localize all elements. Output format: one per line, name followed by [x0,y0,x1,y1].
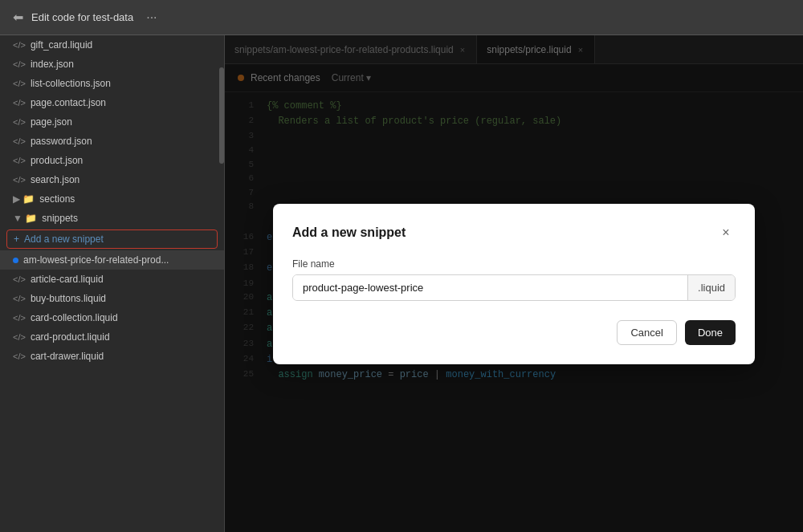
active-dot [13,258,18,263]
topbar-title: Edit code for test-data [31,11,133,23]
folder-label: snippets [42,213,78,224]
sidebar-item-page-contact[interactable]: </> page.contact.json [0,93,224,112]
plus-icon: + [14,234,19,245]
file-input-row: .liquid [292,274,736,301]
done-button[interactable]: Done [685,320,736,345]
sidebar-item-article-card[interactable]: </> article-card.liquid [0,270,224,289]
modal-title: Add a new snippet [292,225,406,240]
file-icon: </> [13,156,26,165]
sidebar-item-label: gift_card.liquid [31,39,92,51]
sidebar-item-label: am-lowest-price-for-related-prod... [23,254,169,266]
file-icon: </> [13,136,26,146]
add-new-snippet-button[interactable]: + Add a new snippet [6,229,218,249]
file-icon: </> [13,313,26,323]
scrollbar-thumb[interactable] [219,67,224,164]
file-icon: </> [13,59,26,69]
modal-header: Add a new snippet × [292,223,736,242]
sidebar-item-index-json[interactable]: </> index.json [0,55,224,74]
sidebar: </> gift_card.liquid </> index.json </> … [0,35,225,532]
sidebar-item-label: search.json [31,174,79,185]
scrollbar-track [219,35,224,532]
sidebar-item-am-lowest[interactable]: am-lowest-price-for-related-prod... [0,250,224,270]
editor-area: snippets/am-lowest-price-for-related-pro… [225,35,803,532]
file-icon: </> [13,274,26,284]
file-icon: </> [13,79,26,88]
file-icon: </> [13,98,26,108]
more-options-icon[interactable]: ··· [146,10,157,25]
file-extension: .liquid [687,275,735,300]
file-icon: </> [13,332,26,342]
sidebar-item-list-collections[interactable]: </> list-collections.json [0,74,224,93]
add-new-label: Add a new snippet [24,234,104,245]
file-icon: </> [13,40,26,50]
file-name-field: File name .liquid [292,258,736,301]
modal-close-button[interactable]: × [716,223,736,242]
sidebar-item-label: article-card.liquid [31,274,104,285]
sidebar-item-label: page.contact.json [31,97,106,108]
sidebar-item-label: card-collection.liquid [31,312,118,323]
sidebar-item-label: buy-buttons.liquid [31,293,106,304]
sidebar-item-label: list-collections.json [31,78,111,89]
sidebar-item-card-product[interactable]: </> card-product.liquid [0,327,224,347]
sidebar-folder-sections[interactable]: ▶ 📁 sections [0,189,224,209]
sidebar-item-password-json[interactable]: </> password.json [0,132,224,151]
sidebar-item-label: index.json [31,59,74,70]
file-icon: </> [13,175,26,185]
sidebar-item-label: cart-drawer.liquid [31,351,104,362]
sidebar-item-search-json[interactable]: </> search.json [0,170,224,189]
file-icon: </> [13,294,26,303]
topbar: ⬅ Edit code for test-data ··· [0,0,803,35]
file-icon: </> [13,351,26,361]
sidebar-item-card-collection[interactable]: </> card-collection.liquid [0,308,224,327]
folder-icon: ▶ 📁 [13,193,35,205]
sidebar-item-product-json[interactable]: </> product.json [0,151,224,170]
cancel-button[interactable]: Cancel [617,320,676,345]
back-icon[interactable]: ⬅ [13,10,23,25]
sidebar-item-cart-drawer[interactable]: </> cart-drawer.liquid [0,347,224,366]
modal-overlay: Add a new snippet × File name .liquid Ca… [225,35,803,532]
sidebar-item-label: password.json [31,136,92,147]
sidebar-folder-snippets[interactable]: ▼ 📁 snippets [0,209,224,228]
modal-actions: Cancel Done [292,320,736,345]
file-name-input[interactable] [293,275,687,300]
folder-label: sections [39,193,75,205]
sidebar-item-gift-card[interactable]: </> gift_card.liquid [0,35,224,55]
field-label: File name [292,258,736,270]
sidebar-item-label: card-product.liquid [31,331,110,343]
sidebar-item-label: page.json [31,116,72,128]
sidebar-item-label: product.json [31,155,83,166]
main-layout: </> gift_card.liquid </> index.json </> … [0,35,803,532]
sidebar-item-page-json[interactable]: </> page.json [0,112,224,132]
sidebar-item-buy-buttons[interactable]: </> buy-buttons.liquid [0,289,224,308]
add-snippet-modal: Add a new snippet × File name .liquid Ca… [273,204,755,364]
folder-open-icon: ▼ 📁 [13,213,37,224]
file-icon: </> [13,117,26,127]
